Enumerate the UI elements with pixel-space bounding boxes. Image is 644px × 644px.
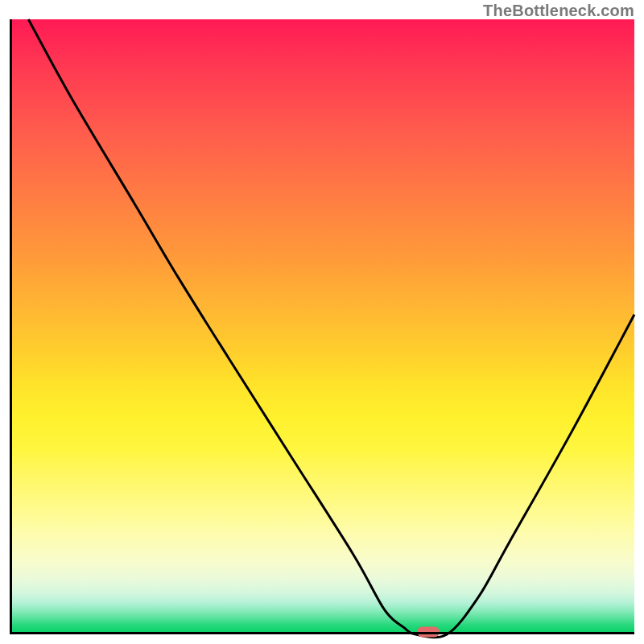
optimum-marker [417, 627, 440, 638]
chart-container: TheBottleneck.com [0, 0, 644, 644]
plot-area [10, 19, 634, 634]
bottleneck-curve [10, 19, 634, 634]
attribution-text: TheBottleneck.com [483, 2, 634, 20]
